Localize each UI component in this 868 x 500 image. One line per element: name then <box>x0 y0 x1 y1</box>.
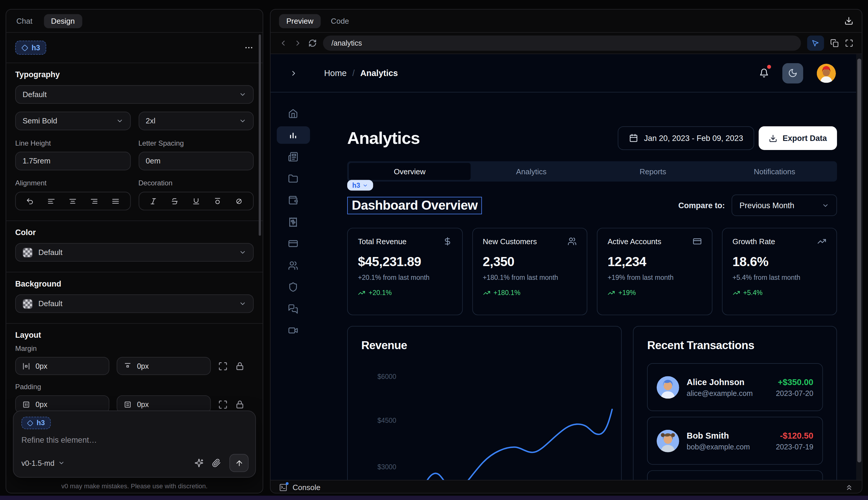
color-select[interactable]: Default <box>15 243 254 262</box>
font-family-select[interactable]: Default <box>15 85 254 104</box>
background-select[interactable]: Default <box>15 294 254 313</box>
sidebar-folder-icon[interactable] <box>288 173 298 184</box>
section-heading-selected[interactable]: Dashboard Overview <box>347 196 482 214</box>
transaction-name: Bob Smith <box>687 430 750 440</box>
theme-toggle-button[interactable] <box>783 63 803 83</box>
sidebar-home-icon[interactable] <box>288 108 298 118</box>
sidebar-news-icon[interactable] <box>288 152 298 162</box>
preview-scrollbar[interactable] <box>856 54 861 480</box>
tab-reports[interactable]: Reports <box>592 163 714 180</box>
color-section: Color Default <box>6 221 263 272</box>
sidebar-wallet-icon[interactable] <box>288 195 298 205</box>
model-selector[interactable]: v0-1.5-md <box>21 459 65 467</box>
tab-overview[interactable]: Overview <box>349 163 471 180</box>
copy-icon[interactable] <box>830 39 839 47</box>
transaction-email: alice@example.com <box>687 389 753 397</box>
align-right-icon[interactable] <box>90 197 98 205</box>
download-icon[interactable] <box>844 16 853 25</box>
selected-element-badge[interactable]: h3 <box>15 41 46 55</box>
tab-design[interactable]: Design <box>44 14 82 28</box>
composer-element-badge[interactable]: h3 <box>21 417 50 429</box>
font-weight-value: Semi Bold <box>23 117 57 125</box>
letter-spacing-input[interactable]: 0em <box>138 152 253 170</box>
transaction-row[interactable]: Alice Johnson alice@example.com +$350.00… <box>647 363 823 411</box>
strikethrough-icon[interactable] <box>171 197 178 205</box>
alignment-label: Alignment <box>15 179 130 187</box>
chevron-down-icon <box>239 249 246 256</box>
compare-select[interactable]: Previous Month <box>731 194 837 216</box>
tab-code[interactable]: Code <box>331 17 349 25</box>
italic-icon[interactable] <box>149 197 157 205</box>
fullscreen-icon[interactable] <box>845 39 853 47</box>
tab-chat[interactable]: Chat <box>16 17 33 25</box>
font-weight-select[interactable]: Semi Bold <box>15 112 130 130</box>
line-height-input[interactable]: 1.75rem <box>15 152 130 170</box>
transaction-email: bob@example.com <box>687 442 750 451</box>
composer-placeholder[interactable]: Refine this element… <box>21 435 247 444</box>
no-decoration-icon[interactable] <box>235 197 243 205</box>
attach-file-icon[interactable] <box>212 458 221 467</box>
stat-trend-value: +19% <box>618 288 636 296</box>
date-range-value: Jan 20, 2023 - Feb 09, 2023 <box>644 134 743 143</box>
app-sidebar <box>271 92 316 480</box>
sidebar-messages-icon[interactable] <box>288 304 298 314</box>
chevron-down-icon <box>239 300 246 307</box>
reset-alignment-icon[interactable] <box>26 197 34 205</box>
selection-chip[interactable]: h3 <box>347 180 373 191</box>
compare-label: Compare to: <box>678 201 725 210</box>
sidebar-users-icon[interactable] <box>288 260 298 271</box>
app-main-content: Analytics Jan 20, 2023 - Feb 09, 2023 Ex… <box>316 92 854 480</box>
forward-icon[interactable] <box>294 39 302 47</box>
cursor-icon <box>812 39 820 47</box>
left-panel-scrollbar[interactable] <box>259 34 261 236</box>
preview-panel-tabs: Preview Code <box>271 10 862 33</box>
breadcrumb-home[interactable]: Home <box>324 68 347 78</box>
tab-analytics[interactable]: Analytics <box>471 163 592 180</box>
back-icon[interactable] <box>279 39 288 47</box>
window-bottom-edge <box>0 496 868 500</box>
stat-title: Total Revenue <box>358 237 406 246</box>
chevron-down-icon <box>362 182 368 188</box>
sidebar-receipt-icon[interactable] <box>288 217 298 227</box>
tab-notifications[interactable]: Notifications <box>714 163 835 180</box>
lock-margin-icon[interactable] <box>235 361 245 371</box>
align-center-icon[interactable] <box>69 197 77 205</box>
chat-composer[interactable]: h3 Refine this element… v0-1.5-md <box>13 410 256 477</box>
page-title: Analytics <box>347 129 420 148</box>
typography-label: Typography <box>15 70 254 79</box>
url-input[interactable]: /analytics <box>323 35 801 50</box>
font-size-select[interactable]: 2xl <box>138 112 253 130</box>
export-data-button[interactable]: Export Data <box>759 126 837 150</box>
sidebar-shield-icon[interactable] <box>288 282 298 292</box>
stat-subtext: +5.4% from last month <box>732 273 826 281</box>
more-options-icon[interactable] <box>244 43 254 53</box>
sidebar-toggle-icon[interactable] <box>290 69 298 77</box>
expand-margin-icon[interactable] <box>218 361 228 371</box>
user-avatar[interactable] <box>817 64 836 83</box>
refresh-icon[interactable] <box>308 39 317 47</box>
lock-padding-icon[interactable] <box>235 399 245 409</box>
margin-x-input[interactable]: 0px <box>15 357 109 375</box>
date-range-button[interactable]: Jan 20, 2023 - Feb 09, 2023 <box>617 126 754 150</box>
underline-icon[interactable] <box>192 197 200 205</box>
expand-console-icon[interactable] <box>845 483 853 491</box>
enhance-prompt-icon[interactable] <box>194 458 204 467</box>
console-bar[interactable]: Console <box>271 480 862 493</box>
align-justify-icon[interactable] <box>112 197 120 205</box>
trending-up-icon <box>817 237 826 246</box>
inspect-mode-button[interactable] <box>807 35 824 50</box>
send-button[interactable] <box>229 454 249 472</box>
sidebar-video-icon[interactable] <box>288 326 298 336</box>
tab-preview[interactable]: Preview <box>279 14 321 28</box>
layout-label: Layout <box>15 330 254 340</box>
arrow-up-icon <box>235 459 243 467</box>
transaction-row[interactable]: Bob Smith bob@example.com -$120.50 2023-… <box>647 417 823 465</box>
overline-icon[interactable] <box>213 197 221 205</box>
notifications-button[interactable] <box>759 68 769 78</box>
align-left-icon[interactable] <box>47 197 55 205</box>
sidebar-card-icon[interactable] <box>288 239 298 249</box>
expand-padding-icon[interactable] <box>218 399 228 409</box>
transaction-row-partial[interactable] <box>647 470 823 480</box>
sidebar-analytics-active[interactable] <box>277 126 310 144</box>
margin-y-input[interactable]: 0px <box>117 357 211 375</box>
